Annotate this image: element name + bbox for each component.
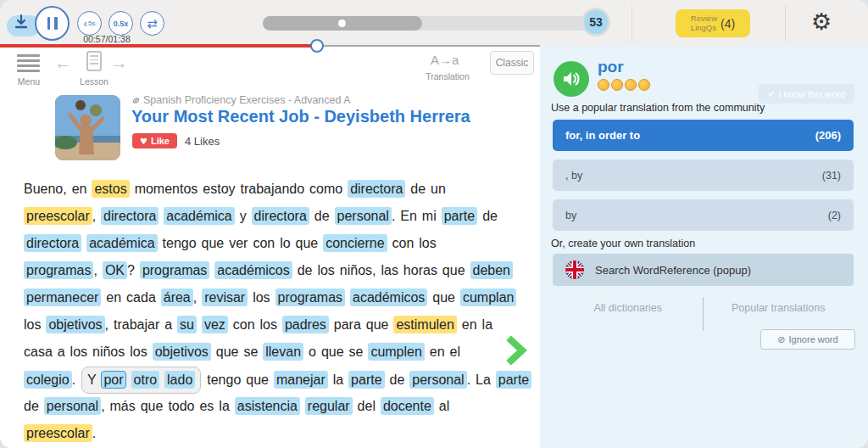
word[interactable]: directora <box>24 234 81 252</box>
translation-option[interactable]: , by(31) <box>553 160 854 191</box>
word[interactable]: que <box>442 263 465 277</box>
selected-phrase-box[interactable]: Y por otro lado <box>81 367 201 394</box>
word[interactable]: área <box>161 288 193 306</box>
loop-button[interactable]: ⇄ <box>140 11 164 36</box>
word[interactable]: niños, <box>340 263 376 277</box>
word[interactable]: de <box>390 372 405 387</box>
classic-button[interactable]: Classic <box>490 51 534 75</box>
word[interactable]: que <box>432 290 455 305</box>
playback-speed-button[interactable]: 0.5x <box>108 11 133 36</box>
word[interactable]: académica <box>164 207 234 225</box>
word[interactable]: de <box>410 182 426 196</box>
word[interactable]: horas <box>403 263 437 277</box>
speaker-button[interactable] <box>554 61 589 97</box>
word[interactable]: académica <box>86 234 157 252</box>
word[interactable]: en <box>462 317 477 332</box>
word[interactable]: cumplen <box>368 343 424 361</box>
know-word-button[interactable]: ✔ I know this word <box>759 84 854 104</box>
word[interactable]: el <box>450 344 460 359</box>
selected-word[interactable]: por <box>101 371 125 389</box>
word[interactable]: trabajando <box>240 182 304 196</box>
word[interactable]: que <box>141 399 164 413</box>
audio-progress-bar[interactable] <box>0 44 316 48</box>
word[interactable]: que <box>216 344 239 359</box>
word[interactable]: con <box>392 236 415 250</box>
word[interactable]: académicos <box>350 288 427 306</box>
word[interactable]: la <box>482 317 492 332</box>
lesson-prev-arrow[interactable]: ← <box>54 53 72 73</box>
word[interactable]: se <box>243 344 258 359</box>
download-icon[interactable] <box>14 14 29 31</box>
word[interactable]: las <box>381 263 398 277</box>
word[interactable]: llevan <box>263 343 303 361</box>
word[interactable]: y <box>240 209 247 223</box>
word[interactable]: personal <box>44 397 101 415</box>
word[interactable]: ver <box>229 236 248 250</box>
word[interactable]: La <box>476 372 491 387</box>
word[interactable]: permanecer <box>24 288 101 306</box>
word[interactable]: cada <box>126 290 156 305</box>
word[interactable]: tengo <box>163 236 197 250</box>
word[interactable]: manejar <box>274 371 328 389</box>
word[interactable]: estimulen <box>393 316 456 333</box>
word[interactable]: concierne <box>323 234 387 252</box>
word[interactable]: En <box>400 209 417 223</box>
word[interactable]: mi <box>422 209 437 223</box>
word[interactable]: en <box>430 344 445 359</box>
pause-button[interactable] <box>35 6 70 41</box>
word[interactable]: colegio <box>24 371 72 389</box>
translation-option[interactable]: by(2) <box>553 199 854 231</box>
translation-icon[interactable]: A→a <box>431 53 459 67</box>
word[interactable]: del <box>358 399 376 413</box>
word[interactable]: personal <box>409 371 466 389</box>
word[interactable]: en <box>72 182 87 196</box>
wordreference-button[interactable]: Search WordReference (popup) <box>553 254 854 286</box>
word[interactable]: de <box>314 209 330 223</box>
word[interactable]: que <box>296 236 319 250</box>
word[interactable]: programas <box>24 261 93 279</box>
word[interactable]: los <box>70 344 87 359</box>
review-lingqs-button[interactable]: Review LingQs (4) <box>676 9 750 37</box>
word[interactable]: lo <box>280 236 290 250</box>
lesson-progress-slider[interactable] <box>263 16 610 31</box>
word[interactable]: académicos <box>214 261 292 279</box>
word[interactable]: deben <box>470 261 514 279</box>
ignore-word-button[interactable]: ⊘ Ignore word <box>760 329 855 350</box>
slider-dot[interactable] <box>338 20 346 27</box>
word[interactable]: al <box>439 399 449 413</box>
word[interactable]: docente <box>381 397 434 415</box>
word[interactable]: preescolar <box>24 207 92 225</box>
word[interactable]: parte <box>348 371 384 389</box>
word[interactable]: otro <box>131 371 160 389</box>
word[interactable]: estos <box>92 180 129 198</box>
word[interactable]: personal <box>335 207 392 225</box>
rewind-5s-button[interactable]: ‹5s <box>77 11 102 36</box>
word[interactable]: de <box>482 209 498 223</box>
tab-all-dictionaries[interactable]: All dictionaries <box>553 302 704 314</box>
word[interactable]: directora <box>348 180 405 198</box>
word[interactable]: revisar <box>202 288 248 306</box>
word[interactable]: Y <box>87 372 96 387</box>
word[interactable]: con <box>233 317 255 332</box>
word[interactable]: preescolar <box>24 424 92 442</box>
word[interactable]: programas <box>275 288 345 306</box>
menu-icon[interactable] <box>17 54 40 75</box>
word[interactable]: directora <box>252 207 309 225</box>
words-count-badge[interactable]: 53 <box>581 8 610 36</box>
word[interactable]: regular <box>305 397 353 415</box>
word[interactable]: OK <box>103 261 127 279</box>
word[interactable]: en <box>106 290 121 305</box>
word[interactable]: más <box>110 399 136 413</box>
word[interactable]: Bueno, <box>24 182 67 196</box>
lesson-next-arrow[interactable]: → <box>110 53 128 73</box>
word[interactable]: todo <box>168 399 194 413</box>
word[interactable]: cumplan <box>460 288 516 306</box>
word[interactable]: de <box>24 399 39 413</box>
next-page-chevron[interactable] <box>505 336 529 365</box>
word[interactable]: vez <box>202 316 228 333</box>
word[interactable]: con <box>253 236 275 250</box>
word[interactable]: la <box>219 399 229 413</box>
word[interactable]: un <box>431 182 446 196</box>
word[interactable]: casa <box>24 344 53 359</box>
word[interactable]: los <box>260 317 277 332</box>
